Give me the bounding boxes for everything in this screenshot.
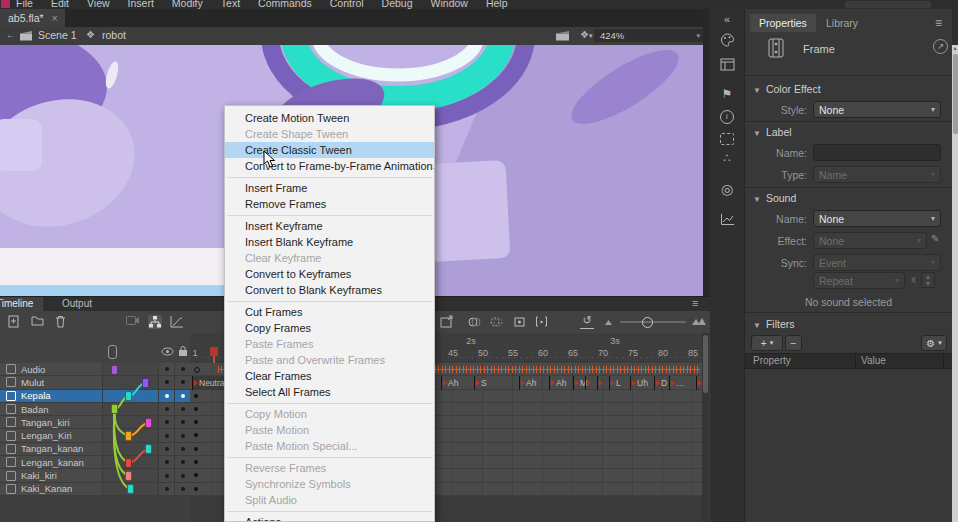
layer-visibility-toggle[interactable] [158,469,174,481]
layer-lock-toggle[interactable] [174,483,190,495]
mouth-keyframe-uh[interactable]: Uh [630,376,648,389]
parenting-cell[interactable] [102,403,158,415]
workspace-switcher[interactable] [845,1,931,8]
menu-debug[interactable]: Debug [382,0,413,9]
layer-lock-toggle[interactable] [174,376,190,388]
menu-commands[interactable]: Commands [258,0,312,9]
menu-modify[interactable]: Modify [172,0,203,9]
edit-symbols-icon[interactable]: ❖▾ [580,29,592,40]
context-menu-item-convert-to-frame-by-frame-animation[interactable]: Convert to Frame-by-Frame Animation› [225,158,434,174]
layer-visibility-toggle[interactable] [158,416,174,428]
layer-visibility-toggle[interactable] [158,483,174,495]
flag-icon[interactable]: ⚑ [710,87,744,101]
playhead-marker[interactable] [210,347,218,356]
layer-lock-toggle[interactable] [174,390,190,402]
zoom-in-frames-icon[interactable] [692,315,706,329]
menu-edit[interactable]: Edit [51,0,69,9]
layer-row-tangan-kanan[interactable]: Tangan_kanan [0,443,190,456]
sound-name-select[interactable]: None▾ [813,210,941,227]
context-menu-item-create-motion-tween[interactable]: Create Motion Tween [225,110,434,126]
breadcrumb-scene[interactable]: Scene 1 [38,29,77,41]
remove-filter-button[interactable]: − [785,335,802,351]
timeline-panel-menu-icon[interactable]: ≡ [692,297,698,310]
color-palette-icon[interactable] [710,33,744,50]
layer-lock-toggle[interactable] [174,469,190,481]
creative-cloud-icon[interactable]: ◎ [710,181,744,197]
chart-panel-icon[interactable] [710,213,744,229]
breadcrumb-symbol[interactable]: robot [102,29,126,41]
layer-visibility-toggle[interactable] [158,363,174,375]
camera-icon[interactable] [126,315,140,329]
context-menu-item-insert-blank-keyframe[interactable]: Insert Blank Keyframe [225,234,434,250]
mouth-keyframe-item[interactable] [585,376,592,389]
lock-icon[interactable] [178,345,188,357]
layer-lock-toggle[interactable] [174,363,190,375]
menu-insert[interactable]: Insert [128,0,154,9]
context-menu-item-clear-frames[interactable]: Clear Frames [225,368,434,384]
frame-zoom-slider-track[interactable] [620,321,686,323]
layer-visibility-toggle[interactable] [158,429,174,441]
section-color-effect[interactable]: ▼Color Effect [753,83,821,95]
mouth-keyframe-mark[interactable]: … [669,376,685,389]
tab-output[interactable]: Output [52,297,102,311]
graph-editor-icon[interactable] [170,315,184,329]
new-folder-icon[interactable] [31,315,45,329]
context-menu-item-cut-frames[interactable]: Cut Frames [225,304,434,320]
frame-zoom-slider-knob[interactable] [642,317,653,328]
frame-picker-icon[interactable] [710,58,744,74]
tab-library[interactable]: Library [817,14,867,32]
layer-lock-toggle[interactable] [174,443,190,455]
onion-skin-icon[interactable] [468,315,482,329]
back-arrow-icon[interactable]: ← [6,29,16,40]
eye-visibility-icon[interactable] [161,347,174,356]
modify-markers-icon[interactable] [535,315,549,329]
mouth-keyframe-ah[interactable]: Ah [519,376,536,389]
mouth-keyframe-d[interactable]: D [654,376,667,389]
context-menu-item-copy-frames[interactable]: Copy Frames [225,320,434,336]
menu-window[interactable]: Window [431,0,468,9]
layer-visibility-toggle[interactable] [158,443,174,455]
new-layer-icon[interactable] [8,315,22,329]
mouth-keyframe-ah[interactable]: Ah [549,376,566,389]
export-frames-icon[interactable] [440,315,454,329]
selection-box-icon[interactable] [720,133,734,145]
context-menu-item-select-all-frames[interactable]: Select All Frames [225,384,434,400]
context-menu-item-insert-keyframe[interactable]: Insert Keyframe [225,218,434,234]
stage-zoom-select[interactable]: 424% ▾ [594,29,706,42]
parenting-cell[interactable] [102,443,158,455]
layer-lock-toggle[interactable] [174,429,190,441]
particles-icon[interactable]: ∴ [710,151,744,165]
mouth-keyframe-ah[interactable]: Ah [441,376,458,389]
layer-visibility-toggle[interactable] [158,376,174,388]
section-sound[interactable]: ▼Sound [753,192,796,204]
context-menu-item-insert-frame[interactable]: Insert Frame [225,180,434,196]
layer-row-mulut[interactable]: Mulut [0,376,190,389]
edit-multiple-frames-icon[interactable] [513,315,527,329]
layer-row-kepala[interactable]: Kepala [0,390,190,403]
edit-scene-icon[interactable] [556,31,570,41]
scrollbar-thumb[interactable] [953,54,958,134]
section-label[interactable]: ▼Label [753,126,792,138]
layer-row-kaki-kiri[interactable]: Kaki_kiri [0,469,190,482]
menu-view[interactable]: View [87,0,110,9]
edit-sound-effect-pencil-icon[interactable]: ✎ [931,233,939,244]
context-menu-item-create-classic-tween[interactable]: Create Classic Tween [225,142,434,158]
parenting-cell[interactable] [102,456,158,468]
menu-help[interactable]: Help [486,0,508,9]
context-menu-item-convert-to-blank-keyframes[interactable]: Convert to Blank Keyframes [225,282,434,298]
timeline-vertical-scrollbar[interactable] [702,333,709,522]
context-menu-item-actions[interactable]: Actions [225,514,434,522]
layer-lock-toggle[interactable] [174,456,190,468]
layer-visibility-toggle[interactable] [158,390,174,402]
properties-panel-menu-icon[interactable]: ≡ [935,16,942,30]
label-name-input[interactable] [813,144,941,161]
window-scrollbar[interactable]: ▲ [952,45,958,522]
parenting-cell[interactable] [102,416,158,428]
layer-lock-toggle[interactable] [174,416,190,428]
context-menu-item-remove-frames[interactable]: Remove Frames [225,196,434,212]
menu-control[interactable]: Control [330,0,364,9]
add-filter-button[interactable]: +▾ [751,335,783,351]
filter-options-gear-button[interactable]: ⚙▾ [921,335,947,351]
collapse-panels-icon[interactable]: « [710,13,744,25]
style-select[interactable]: None▾ [813,101,941,118]
